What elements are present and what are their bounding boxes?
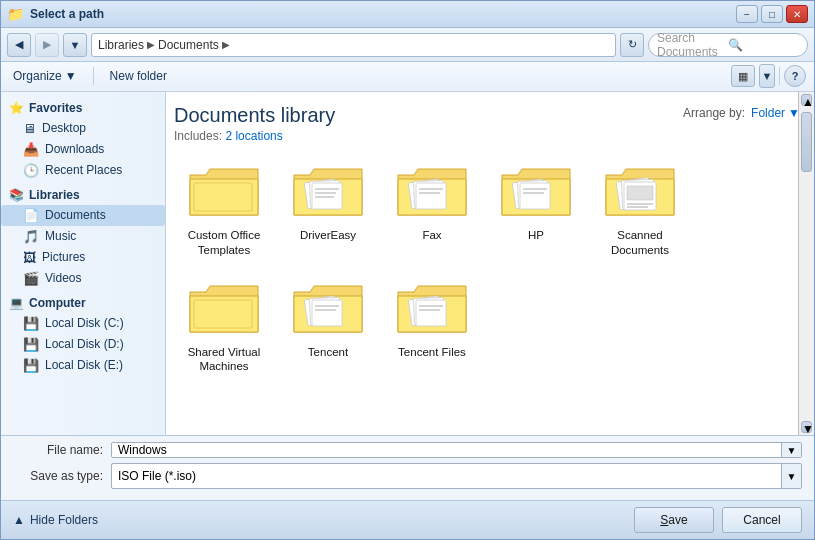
- sidebar-item-local-d[interactable]: 💾 Local Disk (D:): [1, 334, 165, 355]
- minimize-button[interactable]: −: [736, 5, 758, 23]
- svg-rect-35: [194, 300, 252, 328]
- sidebar-section-libraries: 📚 Libraries 📄 Documents 🎵 Music 🖼 Pictur…: [1, 185, 165, 289]
- folder-item-custom-office[interactable]: Custom Office Templates: [174, 153, 274, 266]
- sidebar: ⭐ Favorites 🖥 Desktop 📥 Downloads 🕒 Rece…: [1, 92, 166, 435]
- sidebar-item-documents[interactable]: 📄 Documents: [1, 205, 165, 226]
- sidebar-item-recent[interactable]: 🕒 Recent Places: [1, 160, 165, 181]
- dialog-icon: 📁: [7, 6, 24, 22]
- folder-item-drivereasy[interactable]: DriverEasy: [278, 153, 378, 266]
- computer-icon: 💻: [9, 296, 24, 310]
- folder-item-fax[interactable]: Fax: [382, 153, 482, 266]
- folder-label-shared-vm: Shared Virtual Machines: [179, 345, 269, 375]
- back-button[interactable]: ◀: [7, 33, 31, 57]
- sidebar-item-pictures[interactable]: 🖼 Pictures: [1, 247, 165, 268]
- favorites-header[interactable]: ⭐ Favorites: [1, 98, 165, 118]
- save-button[interactable]: Save: [634, 507, 714, 533]
- folder-grid: Custom Office Templates: [174, 153, 806, 383]
- arrange-button[interactable]: Folder ▼: [751, 106, 800, 120]
- folder-icon-hp: [500, 161, 572, 224]
- folder-icon-tencent: [292, 278, 364, 341]
- folder-label-drivereasy: DriverEasy: [300, 228, 356, 243]
- videos-icon: 🎬: [23, 271, 39, 286]
- search-icon: 🔍: [728, 38, 799, 52]
- address-path[interactable]: Libraries ▶ Documents ▶: [91, 33, 616, 57]
- sidebar-section-computer: 💻 Computer 💾 Local Disk (C:) 💾 Local Dis…: [1, 293, 165, 376]
- disk-c-icon: 💾: [23, 316, 39, 331]
- search-box[interactable]: Search Documents 🔍: [648, 33, 808, 57]
- folder-item-tencent-files[interactable]: Tencent Files: [382, 270, 482, 383]
- svg-rect-22: [520, 183, 550, 209]
- savetype-value[interactable]: ISO File (*.iso): [112, 464, 781, 488]
- bottom-bar: ▲ Hide Folders Save Cancel: [1, 500, 814, 539]
- downloads-icon: 📥: [23, 142, 39, 157]
- folder-icon-fax: [396, 161, 468, 224]
- dialog-title: Select a path: [30, 7, 736, 21]
- forward-button[interactable]: ▶: [35, 33, 59, 57]
- filename-input[interactable]: [112, 443, 781, 457]
- favorites-icon: ⭐: [9, 101, 24, 115]
- sidebar-item-downloads[interactable]: 📥 Downloads: [1, 139, 165, 160]
- content-area: Documents library Includes: 2 locations …: [166, 92, 814, 435]
- maximize-button[interactable]: □: [761, 5, 783, 23]
- folder-icon-scanned-docs: [604, 161, 676, 224]
- dropdown-button[interactable]: ▼: [63, 33, 87, 57]
- svg-rect-7: [312, 183, 342, 209]
- sidebar-disk-d-label: Local Disk (D:): [45, 337, 124, 351]
- content-scrollbar[interactable]: ▲ ▼: [798, 92, 814, 435]
- path-documents: Documents: [158, 38, 219, 52]
- refresh-icon: ↻: [628, 38, 637, 51]
- sidebar-downloads-label: Downloads: [45, 142, 104, 156]
- toolbar-sep2: [779, 67, 780, 85]
- library-locations-link[interactable]: 2 locations: [225, 129, 282, 143]
- folder-label-custom-office: Custom Office Templates: [179, 228, 269, 258]
- sidebar-item-music[interactable]: 🎵 Music: [1, 226, 165, 247]
- view-button[interactable]: ▦: [731, 65, 755, 87]
- sidebar-desktop-label: Desktop: [42, 121, 86, 135]
- folder-item-tencent[interactable]: Tencent: [278, 270, 378, 383]
- view-arrow-button[interactable]: ▼: [759, 64, 775, 88]
- organize-button[interactable]: Organize ▼: [9, 67, 81, 85]
- sidebar-item-videos[interactable]: 🎬 Videos: [1, 268, 165, 289]
- hide-folders-arrow: ▲: [13, 513, 25, 527]
- cancel-button[interactable]: Cancel: [722, 507, 802, 533]
- documents-icon: 📄: [23, 208, 39, 223]
- organize-label: Organize: [13, 69, 62, 83]
- scrollbar-thumb[interactable]: [801, 112, 812, 172]
- folder-label-fax: Fax: [422, 228, 441, 243]
- libraries-header[interactable]: 📚 Libraries: [1, 185, 165, 205]
- refresh-button[interactable]: ↻: [620, 33, 644, 57]
- filename-input-wrapper: ▼: [111, 442, 802, 458]
- subtitle-pre: Includes:: [174, 129, 225, 143]
- folder-icon-drivereasy: [292, 161, 364, 224]
- scrollbar-down-arrow[interactable]: ▼: [801, 421, 812, 433]
- new-folder-button[interactable]: New folder: [106, 67, 171, 85]
- sidebar-item-local-e[interactable]: 💾 Local Disk (E:): [1, 355, 165, 376]
- scrollbar-up-arrow[interactable]: ▲: [801, 94, 812, 106]
- sidebar-item-desktop[interactable]: 🖥 Desktop: [1, 118, 165, 139]
- sidebar-documents-label: Documents: [45, 208, 106, 222]
- cancel-label: Cancel: [743, 513, 780, 527]
- savetype-select-wrapper: ISO File (*.iso) ▼: [111, 463, 802, 489]
- savetype-dropdown-arrow[interactable]: ▼: [781, 464, 801, 488]
- folder-icon-tencent-files: [396, 278, 468, 341]
- computer-header[interactable]: 💻 Computer: [1, 293, 165, 313]
- recent-icon: 🕒: [23, 163, 39, 178]
- arrange-value: Folder: [751, 106, 785, 120]
- library-subtitle: Includes: 2 locations: [174, 129, 806, 143]
- folder-item-hp[interactable]: HP: [486, 153, 586, 266]
- close-button[interactable]: ✕: [786, 5, 808, 23]
- filename-dropdown-arrow[interactable]: ▼: [781, 443, 801, 457]
- savetype-row: Save as type: ISO File (*.iso) ▼: [13, 463, 802, 489]
- folder-icon-custom-office: [188, 161, 260, 224]
- folder-label-hp: HP: [528, 228, 544, 243]
- sidebar-item-local-c[interactable]: 💾 Local Disk (C:): [1, 313, 165, 334]
- svg-rect-2: [194, 183, 252, 211]
- search-placeholder: Search Documents: [657, 31, 728, 59]
- folder-label-scanned-docs: Scanned Documents: [595, 228, 685, 258]
- new-folder-label: New folder: [110, 69, 167, 83]
- help-button[interactable]: ?: [784, 65, 806, 87]
- folder-item-scanned-docs[interactable]: Scanned Documents: [590, 153, 690, 266]
- hide-folders-button[interactable]: ▲ Hide Folders: [13, 513, 98, 527]
- folder-item-shared-vm[interactable]: Shared Virtual Machines: [174, 270, 274, 383]
- help-icon: ?: [792, 70, 799, 82]
